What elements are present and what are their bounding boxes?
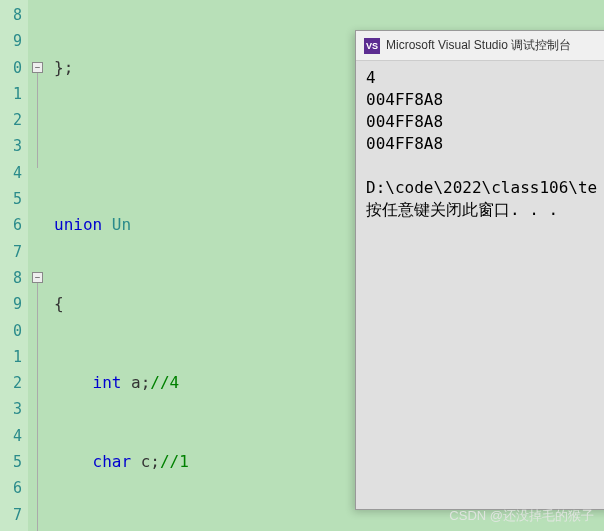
console-title-text: Microsoft Visual Studio 调试控制台 bbox=[386, 37, 571, 54]
console-titlebar[interactable]: VS Microsoft Visual Studio 调试控制台 bbox=[356, 31, 604, 61]
code-token: }; bbox=[54, 58, 73, 77]
fold-column: − − bbox=[28, 0, 48, 531]
debug-console-window[interactable]: VS Microsoft Visual Studio 调试控制台 4 004FF… bbox=[355, 30, 604, 510]
line-number-gutter: 89 01 23 45 67 89 01 23 45 67 89 bbox=[0, 0, 28, 531]
fold-minus-icon[interactable]: − bbox=[32, 62, 43, 73]
fold-minus-icon[interactable]: − bbox=[32, 272, 43, 283]
keyword-union: union bbox=[54, 215, 102, 234]
watermark: CSDN @还没掉毛的猴子 bbox=[449, 507, 594, 525]
comment: //4 bbox=[150, 373, 179, 392]
comment: //1 bbox=[160, 452, 189, 471]
console-output: 4 004FF8A8 004FF8A8 004FF8A8 D:\code\202… bbox=[356, 61, 604, 227]
visual-studio-icon: VS bbox=[364, 38, 380, 54]
